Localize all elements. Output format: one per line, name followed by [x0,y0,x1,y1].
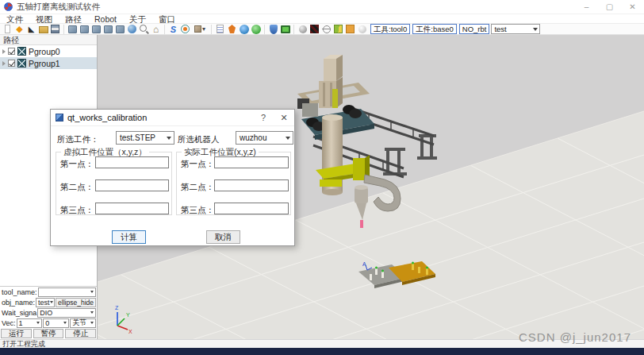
menu-about[interactable]: 关于 [123,14,152,24]
axis-x-label: X [128,329,132,334]
orange-tile-icon[interactable] [345,24,355,34]
robot-control-block: tool_name: obj_name: test ellipse_hide W… [0,286,97,339]
gem-icon[interactable]: ◆ [14,24,25,34]
chevron-down-icon [63,322,67,324]
selected-work-label: 所选工件： [57,134,99,145]
ball-light-icon[interactable] [357,24,367,34]
obj-name-select[interactable]: test [36,298,55,307]
wait-signal-label: Wait_signa [1,309,36,317]
checkbox-checked-icon[interactable] [8,60,15,67]
target-icon[interactable] [180,24,190,34]
texture-checker-icon[interactable] [309,24,320,34]
tree-item-pgroup0[interactable]: Pgroup0 [0,45,97,57]
vec-label: Vec: [1,319,16,327]
vec-mode-select[interactable]: 关节 [70,318,96,328]
selected-work-select[interactable]: test.STEP [116,131,174,145]
close-button[interactable]: ✕ [621,0,644,14]
view-cube-icon-1[interactable] [67,24,78,34]
home-icon[interactable]: ⌂ [151,24,161,34]
menu-path[interactable]: 路径 [59,14,88,24]
dialog-help-button[interactable]: ? [258,113,269,123]
view-cube-icon-3[interactable] [91,24,102,34]
actual-point1-input[interactable] [214,156,289,168]
axis-y-label: Y [126,312,130,318]
program-select[interactable]: test [491,24,540,34]
dialog-title: qt_works_calibration [67,113,147,122]
expand-icon[interactable] [2,49,6,54]
expand-icon[interactable] [2,61,6,66]
svg-text:A: A [362,261,366,267]
globe-blue-icon[interactable] [239,24,249,34]
wire-globe-icon[interactable] [321,24,332,34]
s-curve-icon[interactable]: S [168,24,178,34]
cancel-button[interactable]: 取消 [206,230,240,244]
circle-green-icon[interactable] [251,24,261,34]
toolbar-separator [63,25,64,34]
robot-icon[interactable] [227,24,237,34]
monitor-green-icon[interactable] [280,24,290,34]
selected-robot-select[interactable]: wuzhou [236,131,293,145]
menu-view[interactable]: 视图 [29,14,59,24]
virtual-point1-input[interactable] [95,156,169,168]
actual-point3-input[interactable] [214,203,289,214]
tool-name-select[interactable] [38,287,96,297]
axis-z-label: Z [115,305,119,311]
chevron-down-icon [50,301,53,303]
chevron-down-icon [286,137,290,140]
checkbox-checked-icon[interactable] [8,48,15,55]
selected-robot-label: 所选机器人 [178,134,220,145]
zoom-icon[interactable] [139,24,149,34]
virtual-point3-input[interactable] [95,203,169,214]
menu-file[interactable]: 文件 [0,14,29,24]
watermark: CSDN @j_jun2017 [519,330,631,344]
save-icon[interactable] [50,24,60,34]
vec-select-1[interactable]: 1 [17,318,43,328]
ellipse-hide-button[interactable]: ellipse_hide [56,298,96,307]
dialog-title-bar[interactable]: qt_works_calibration ? ✕ [51,110,294,126]
path-panel-header: 路径 [0,35,97,45]
robot-mode-box[interactable]: NO_rbt [459,24,490,34]
path-group-icon [17,59,26,68]
dialog-close-button[interactable]: ✕ [278,113,289,123]
vec-select-2[interactable]: 0 [43,318,69,328]
pause-button[interactable]: 暂停 [33,329,64,338]
path-group-icon [17,47,26,56]
globe-ball-icon[interactable] [127,24,137,34]
new-file-icon[interactable] [2,24,13,34]
open-folder-icon[interactable] [38,24,48,34]
app-icon [4,2,13,11]
actual-point1-label: 第一点： [181,159,214,170]
path-tree: Pgroup0 Pgroup1 [0,45,97,69]
frame-dropdown-icon[interactable]: ▾ [192,24,208,34]
actual-point2-input[interactable] [214,179,289,191]
view-cube-icon-2[interactable] [79,24,90,34]
maximize-button[interactable]: ▢ [598,0,621,14]
virtual-point2-label: 第二点： [60,182,94,193]
view-cube-icon-5[interactable] [115,24,125,34]
work-frame-box[interactable]: 工件:base0 [412,24,457,34]
shield-icon[interactable] [268,24,278,34]
view-cube-icon-4[interactable] [103,24,113,34]
run-button[interactable]: 运行 [1,329,32,338]
marker-icon[interactable]: ◣ [26,24,36,34]
terrain-icon[interactable] [333,24,343,34]
minimize-button[interactable]: – [575,0,598,14]
tree-item-pgroup1[interactable]: Pgroup1 [0,57,97,69]
toolbar-separator [293,25,294,34]
ball-gray-icon[interactable] [297,24,308,34]
stop-button[interactable]: 停止 [65,329,96,338]
tool-frame-box[interactable]: 工具:tool0 [370,24,410,34]
menu-window[interactable]: 窗口 [152,14,182,24]
tool-name-row: tool_name: [0,287,97,297]
chevron-down-icon [167,137,171,140]
wait-signal-select[interactable]: DIO [37,308,96,318]
calculate-button[interactable]: 计算 [112,230,146,244]
virtual-point2-input[interactable] [95,179,169,191]
doc-edit-icon[interactable] [215,24,225,34]
vec-row: Vec: 1 0 关节 [0,318,97,328]
menu-robot[interactable]: Robot [88,14,123,24]
application-window: 五轴打磨离线测试软件 – ▢ ✕ 文件 视图 路径 Robot 关于 窗口 ◆ … [0,0,644,355]
chevron-down-icon [90,291,94,293]
tree-item-label: Pgroup0 [29,47,60,56]
chevron-down-icon [90,322,94,324]
